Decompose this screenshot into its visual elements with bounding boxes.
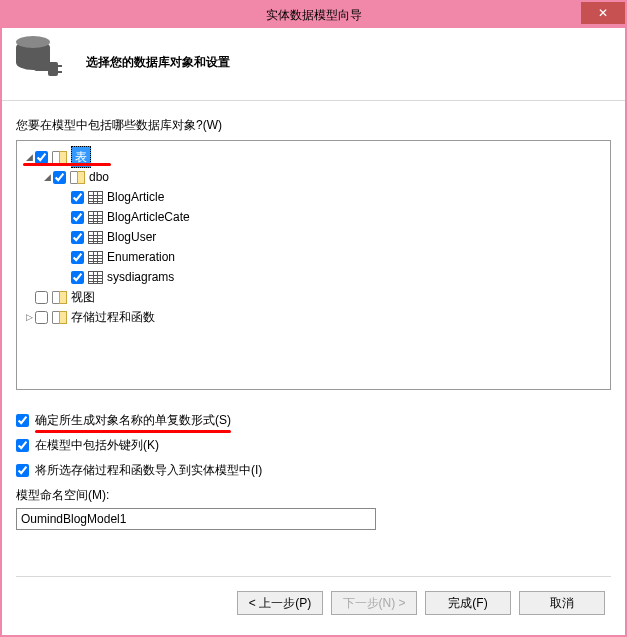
tree-label: 存储过程和函数: [71, 307, 155, 327]
namespace-label: 模型命名空间(M):: [16, 487, 611, 504]
table-icon: [88, 271, 103, 284]
tree-label: Enumeration: [107, 247, 175, 267]
checkbox-table[interactable]: [71, 211, 84, 224]
tree-label: sysdiagrams: [107, 267, 174, 287]
option-label: 确定所生成对象名称的单复数形式(S): [35, 412, 231, 429]
collapse-icon[interactable]: ◢: [41, 167, 53, 187]
options-panel: 确定所生成对象名称的单复数形式(S) 在模型中包括外键列(K) 将所选存储过程和…: [16, 404, 611, 530]
expand-icon[interactable]: ▷: [23, 307, 35, 327]
tree-label: 视图: [71, 287, 95, 307]
button-row: < 上一步(P) 下一步(N) > 完成(F) 取消: [16, 576, 611, 621]
namespace-input[interactable]: [16, 508, 376, 530]
tree-root-tables[interactable]: ◢ 表: [23, 147, 606, 167]
tree-node-table[interactable]: ◢BlogArticle: [59, 187, 606, 207]
option-fk[interactable]: 在模型中包括外键列(K): [16, 437, 611, 454]
checkbox-tables[interactable]: [35, 151, 48, 164]
window-title: 实体数据模型向导: [266, 7, 362, 24]
checkbox-table[interactable]: [71, 251, 84, 264]
tree-node-views[interactable]: ◢ 视图: [23, 287, 606, 307]
checkbox-fk[interactable]: [16, 439, 29, 452]
table-icon: [88, 251, 103, 264]
table-icon: [88, 191, 103, 204]
divider: [2, 100, 625, 101]
next-button: 下一步(N) >: [331, 591, 417, 615]
checkbox-table[interactable]: [71, 191, 84, 204]
checkbox-table[interactable]: [71, 271, 84, 284]
question-label: 您要在模型中包括哪些数据库对象?(W): [16, 117, 611, 134]
checkbox-procs[interactable]: [35, 311, 48, 324]
finish-button[interactable]: 完成(F): [425, 591, 511, 615]
option-label: 将所选存储过程和函数导入到实体模型中(I): [35, 462, 262, 479]
tree-node-table[interactable]: ◢Enumeration: [59, 247, 606, 267]
tree-node-table[interactable]: ◢sysdiagrams: [59, 267, 606, 287]
title-bar: 实体数据模型向导 ✕: [2, 2, 625, 28]
folder-icon: [70, 171, 85, 184]
tree-label: BlogUser: [107, 227, 156, 247]
tree-label: BlogArticle: [107, 187, 164, 207]
header-row: 选择您的数据库对象和设置: [16, 28, 611, 100]
prev-button[interactable]: < 上一步(P): [237, 591, 323, 615]
tree-label: dbo: [89, 167, 109, 187]
tree-node-procs[interactable]: ▷ 存储过程和函数: [23, 307, 606, 327]
option-sp[interactable]: 将所选存储过程和函数导入到实体模型中(I): [16, 462, 611, 479]
folder-icon: [52, 311, 67, 324]
object-tree[interactable]: ◢ 表 ◢ dbo: [16, 140, 611, 390]
database-icon: [16, 40, 64, 84]
checkbox-sp[interactable]: [16, 464, 29, 477]
option-plural[interactable]: 确定所生成对象名称的单复数形式(S): [16, 412, 611, 429]
table-icon: [88, 231, 103, 244]
close-button[interactable]: ✕: [581, 2, 625, 24]
folder-icon: [52, 151, 67, 164]
cancel-button[interactable]: 取消: [519, 591, 605, 615]
folder-icon: [52, 291, 67, 304]
wizard-window: 实体数据模型向导 ✕ 选择您的数据库对象和设置 您要在模型中包括哪些数据库对象?…: [2, 2, 625, 635]
content-area: 选择您的数据库对象和设置 您要在模型中包括哪些数据库对象?(W) ◢ 表: [2, 28, 625, 635]
tree-node-table[interactable]: ◢BlogUser: [59, 227, 606, 247]
table-icon: [88, 211, 103, 224]
checkbox-views[interactable]: [35, 291, 48, 304]
header-text: 选择您的数据库对象和设置: [86, 54, 230, 71]
checkbox-table[interactable]: [71, 231, 84, 244]
close-icon: ✕: [598, 6, 608, 20]
checkbox-dbo[interactable]: [53, 171, 66, 184]
option-label: 在模型中包括外键列(K): [35, 437, 159, 454]
tree-label: 表: [71, 146, 91, 168]
collapse-icon[interactable]: ◢: [23, 147, 35, 167]
tree-label: BlogArticleCate: [107, 207, 190, 227]
tree-node-table[interactable]: ◢BlogArticleCate: [59, 207, 606, 227]
tree-node-dbo[interactable]: ◢ dbo: [41, 167, 606, 187]
checkbox-plural[interactable]: [16, 414, 29, 427]
